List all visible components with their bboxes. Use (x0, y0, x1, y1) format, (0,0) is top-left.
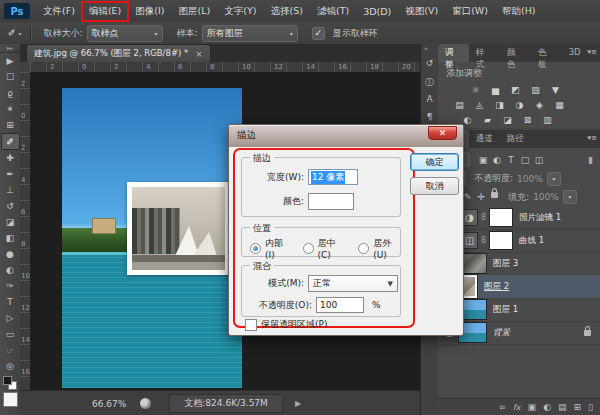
menu-help[interactable]: 帮助(H) (495, 2, 543, 21)
new-adjustment-icon[interactable]: ◐ (543, 402, 551, 412)
toolbar-collapse-handle[interactable]: ▸▸ (0, 44, 20, 53)
mask-link-icon[interactable]: 8 (481, 213, 486, 222)
color-lookup-icon[interactable]: ▦ (552, 99, 567, 111)
threshold-icon[interactable]: ◪ (500, 114, 515, 126)
path-selection-tool[interactable]: ▷ (1, 310, 19, 326)
brightness-contrast-icon[interactable]: ☼ (468, 84, 483, 96)
layer-name[interactable]: 背景 (493, 327, 510, 339)
menu-image[interactable]: 图像(I) (128, 2, 171, 21)
opacity-value[interactable]: 100% (517, 174, 543, 184)
new-group-icon[interactable]: ▤ (558, 402, 567, 412)
cancel-button[interactable]: 取消 (410, 177, 459, 195)
curves-icon[interactable]: ◩ (508, 84, 523, 96)
radio-inside-label[interactable]: 内部(I) (265, 237, 289, 260)
vibrance-icon[interactable]: ▼ (548, 84, 563, 96)
stroke-width-input[interactable]: 12 像素 (308, 169, 358, 185)
menu-filter[interactable]: 滤镜(T) (310, 2, 356, 21)
marquee-tool[interactable]: ☐ (1, 69, 19, 85)
delete-layer-icon[interactable]: ▯ (588, 402, 593, 412)
menu-type[interactable]: 文字(Y) (217, 2, 263, 21)
tab-paths[interactable]: 路径 (500, 130, 531, 148)
black-white-icon[interactable]: ◨ (492, 99, 507, 111)
radio-outside[interactable] (358, 243, 369, 254)
layer-name[interactable]: 图层 2 (484, 281, 509, 293)
layer-name[interactable]: 图层 3 (493, 258, 518, 270)
panel-menu-icon[interactable]: ▾≡ (588, 130, 600, 148)
radio-center[interactable] (303, 243, 314, 254)
dock-collapse-icon[interactable]: « (424, 45, 428, 53)
tab-styles[interactable]: 样式 (469, 44, 500, 62)
stroked-cutout-layer[interactable] (127, 182, 230, 275)
lock-position-icon[interactable]: ✛ (478, 192, 486, 202)
layer-mask-thumbnail[interactable] (489, 231, 513, 250)
menu-file[interactable]: 文件(F) (36, 2, 82, 21)
new-layer-icon[interactable]: ⊞ (574, 402, 582, 412)
channel-mixer-icon[interactable]: ◈ (532, 99, 547, 111)
sample-size-dropdown[interactable]: 取样点 ▾ (87, 25, 163, 42)
gradient-tool[interactable]: ◧ (1, 230, 19, 246)
layer-effects-icon[interactable]: fx (513, 403, 521, 412)
ok-button[interactable]: 确定 (410, 153, 459, 171)
adjustment-filter-icon[interactable]: ◐ (490, 155, 504, 165)
menu-window[interactable]: 窗口(W) (445, 2, 495, 21)
type-filter-icon[interactable]: T (504, 155, 518, 165)
eraser-tool[interactable]: ◪ (1, 214, 19, 230)
type-tool[interactable]: T (1, 294, 19, 310)
status-circle-icon[interactable] (140, 398, 151, 409)
close-icon[interactable]: × (195, 49, 203, 59)
link-layers-icon[interactable]: ∞ (499, 402, 507, 412)
hand-tool[interactable]: ☞ (1, 342, 19, 358)
gradient-map-icon[interactable]: ▥ (540, 114, 555, 126)
tab-adjustments[interactable]: 调整 (438, 44, 469, 62)
zoom-tool[interactable]: ◎ (1, 358, 19, 374)
menu-view[interactable]: 视图(V) (398, 2, 445, 21)
move-tool[interactable]: ▶ (1, 53, 19, 69)
lock-all-icon[interactable] (491, 192, 498, 198)
foreground-color-swatch[interactable] (3, 376, 12, 385)
layer-mask-thumbnail[interactable] (489, 208, 513, 227)
quick-selection-tool[interactable]: ✶ (1, 101, 19, 117)
fill-dropdown-button[interactable]: ▾ (563, 190, 577, 204)
spot-healing-tool[interactable]: ✚ (1, 150, 19, 166)
info-panel-icon[interactable]: ⓘ (421, 76, 438, 89)
blend-mode-select[interactable]: 正常 ▼ (308, 275, 398, 292)
pen-tool[interactable]: ✑ (1, 278, 19, 294)
character-panel-icon[interactable]: A (421, 94, 438, 104)
dialog-title-bar[interactable]: 描边 ✕ (229, 125, 463, 147)
tab-color[interactable]: 颜色 (500, 44, 531, 62)
tab-channels[interactable]: 通道 (469, 130, 500, 148)
dodge-tool[interactable]: ◐ (1, 262, 19, 278)
mask-link-icon[interactable]: 8 (481, 236, 486, 245)
layer-name[interactable]: 曲线 1 (519, 235, 544, 247)
posterize-icon[interactable]: ▰ (480, 114, 495, 126)
smart-object-filter-icon[interactable]: ◫ (532, 155, 546, 165)
fill-value[interactable]: 100% (533, 192, 559, 202)
photo-filter-icon[interactable]: ◑ (512, 99, 527, 111)
menu-3d[interactable]: 3D(D) (356, 3, 398, 20)
dialog-close-button[interactable]: ✕ (428, 126, 457, 140)
pixel-filter-icon[interactable]: ▣ (476, 155, 490, 165)
lasso-tool[interactable]: ϱ (1, 85, 19, 101)
eyedropper-tool[interactable]: ✐ (1, 133, 20, 150)
panel-menu-icon[interactable]: ▾≡ (588, 44, 600, 62)
hue-saturation-icon[interactable]: ▤ (452, 99, 467, 111)
rectangle-tool[interactable]: ▭ (1, 326, 19, 342)
menu-select[interactable]: 选择(S) (263, 2, 309, 21)
history-panel-icon[interactable]: ↺ (421, 58, 438, 68)
crop-tool[interactable]: ⊞ (1, 117, 19, 133)
add-mask-icon[interactable]: ▣ (528, 402, 537, 412)
filter-toggle[interactable]: ▮ (588, 155, 593, 165)
clone-stamp-tool[interactable]: ⊥ (1, 182, 19, 198)
history-brush-tool[interactable]: ↺ (1, 198, 19, 214)
blur-tool[interactable]: ● (1, 246, 19, 262)
color-balance-icon[interactable]: ◬ (472, 99, 487, 111)
status-expand-arrow-icon[interactable]: ▶ (295, 399, 301, 408)
radio-center-label[interactable]: 居中(C) (318, 237, 345, 260)
stroke-color-swatch[interactable] (308, 193, 354, 210)
radio-inside[interactable] (250, 243, 261, 254)
opacity-dropdown-button[interactable]: ▾ (547, 172, 561, 186)
sample-dropdown[interactable]: 所有图层 ▾ (202, 25, 298, 42)
selective-color-icon[interactable]: ⊠ (520, 114, 535, 126)
paragraph-panel-icon[interactable]: ¶ (421, 112, 438, 122)
layer-name[interactable]: 图层 1 (493, 304, 518, 316)
